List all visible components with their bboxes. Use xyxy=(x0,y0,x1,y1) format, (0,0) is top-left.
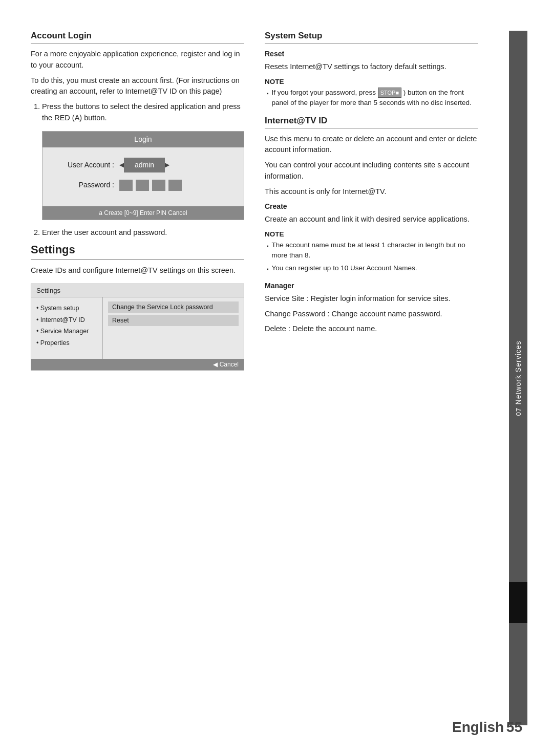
right-arrow-icon: ▶ xyxy=(165,160,169,169)
page-footer: English 55 xyxy=(452,719,522,736)
internet-tv-id-para2: You can control your account including c… xyxy=(265,160,478,182)
page-container: Account Login For a more enjoyable appli… xyxy=(0,0,553,756)
pw-block-1 xyxy=(119,180,133,191)
settings-description: Create IDs and configure Internet@TV set… xyxy=(31,265,244,276)
settings-box-title: Settings xyxy=(31,284,244,297)
user-account-value: admin xyxy=(124,158,165,172)
bullet-icon-3: ▪ xyxy=(267,265,269,273)
internet-tv-note-label: NOTE xyxy=(265,230,478,238)
account-login-heading: Account Login xyxy=(31,31,244,44)
sidebar-black-block xyxy=(509,582,527,623)
login-box-body: User Account : ◀ admin ▶ xyxy=(42,147,244,203)
login-box: Login User Account : ◀ admin ▶ xyxy=(42,131,244,220)
login-box-footer: a Create [0~9] Enter PIN Cancel xyxy=(42,206,244,220)
pw-block-2 xyxy=(136,180,149,191)
bullet-icon-2: ▪ xyxy=(267,242,269,250)
pw-block-3 xyxy=(152,180,165,191)
settings-box-footer: ◀ Cancel xyxy=(31,359,244,370)
manager-item-1: Service Site : Register login informatio… xyxy=(265,293,478,305)
system-setup-note: NOTE ▪ If you forgot your password, pres… xyxy=(265,78,478,109)
account-login-para2: To do this, you must create an account f… xyxy=(31,75,244,98)
login-box-title: Login xyxy=(42,132,244,147)
system-setup-note-item-1: ▪ If you forgot your password, press STO… xyxy=(265,88,478,109)
internet-tv-note-item-1: ▪ The account name must be at least 1 ch… xyxy=(265,240,478,261)
settings-menu-item-4: • Properties xyxy=(36,337,97,349)
create-desc: Create an account and link it with desir… xyxy=(265,214,478,225)
password-field: Password : xyxy=(53,180,233,191)
internet-tv-note: NOTE ▪ The account name must be at least… xyxy=(265,230,478,273)
internet-tv-note-item-2: ▪ You can register up to 10 User Account… xyxy=(265,263,478,273)
bullet-icon: ▪ xyxy=(267,90,269,97)
right-column: System Setup Reset Resets Internet@TV se… xyxy=(265,31,488,725)
account-login-step2: Enter the user account and password. xyxy=(42,227,244,239)
internet-tv-id-heading: Internet@TV ID xyxy=(265,116,478,128)
internet-tv-id-para1: Use this menu to create or delete an acc… xyxy=(265,134,478,156)
stop-button-icon: STOP■ xyxy=(378,88,401,98)
left-arrow-icon: ◀ xyxy=(119,160,124,169)
system-setup-heading: System Setup xyxy=(265,31,478,44)
settings-menu-item-3: • Service Manager xyxy=(36,326,97,337)
system-setup-note-label: NOTE xyxy=(265,78,478,85)
settings-menu: • System setup • Internet@TV ID • Servic… xyxy=(31,297,103,359)
settings-panel-item-1: Change the Service Lock password xyxy=(108,301,239,313)
reset-label: Reset xyxy=(265,49,478,59)
user-account-label: User Account : xyxy=(53,160,114,170)
create-label: Create xyxy=(265,201,478,212)
password-label: Password : xyxy=(53,180,114,190)
account-login-steps: Press the buttons to select the desired … xyxy=(31,101,244,238)
settings-box: Settings • System setup • Internet@TV ID… xyxy=(31,284,244,371)
manager-item-3: Delete : Delete the account name. xyxy=(265,323,478,335)
footer-language: English xyxy=(452,719,504,735)
settings-panel: Change the Service Lock password Reset xyxy=(103,297,244,359)
account-login-section: Account Login For a more enjoyable appli… xyxy=(31,31,244,238)
settings-menu-item-2: • Internet@TV ID xyxy=(36,314,97,326)
settings-heading: Settings xyxy=(31,243,244,260)
settings-menu-item-1: • System setup xyxy=(36,303,97,314)
account-login-step1: Press the buttons to select the desired … xyxy=(42,101,244,220)
sidebar-tab-text: 07 Network Services xyxy=(514,340,522,416)
internet-tv-id-section: Internet@TV ID Use this menu to create o… xyxy=(265,116,478,335)
pw-block-4 xyxy=(168,180,182,191)
manager-item-2: Change Password : Change account name pa… xyxy=(265,309,478,320)
internet-tv-id-para3: This account is only for Internet@TV. xyxy=(265,186,478,198)
sidebar-chapter-label: Network Services xyxy=(514,340,522,404)
left-column: Account Login For a more enjoyable appli… xyxy=(31,31,244,725)
sidebar-tab: 07 Network Services xyxy=(509,31,527,725)
sidebar-chapter-number: 07 xyxy=(515,407,522,416)
account-login-para1: For a more enjoyable application experie… xyxy=(31,49,244,71)
main-content: Account Login For a more enjoyable appli… xyxy=(0,0,553,756)
manager-label: Manager xyxy=(265,280,478,291)
settings-panel-item-2: Reset xyxy=(108,315,239,326)
system-setup-section: System Setup Reset Resets Internet@TV se… xyxy=(265,31,478,109)
settings-box-body: • System setup • Internet@TV ID • Servic… xyxy=(31,297,244,359)
footer-page: 55 xyxy=(506,719,522,735)
user-account-field: User Account : ◀ admin ▶ xyxy=(53,158,233,172)
password-blocks xyxy=(119,180,182,191)
reset-desc: Resets Internet@TV settings to factory d… xyxy=(265,61,478,73)
settings-section: Settings Create IDs and configure Intern… xyxy=(31,243,244,371)
